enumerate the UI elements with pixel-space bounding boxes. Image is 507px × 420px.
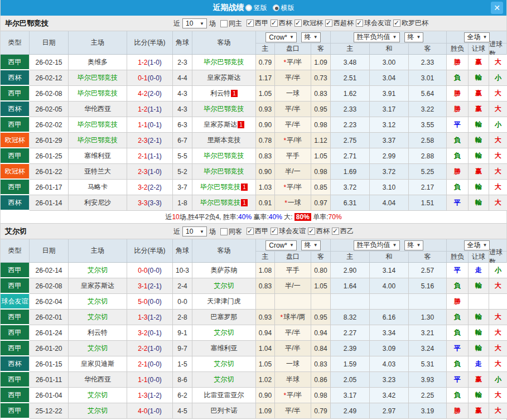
avg-home-cell: 3.48	[331, 55, 370, 70]
league-checkbox[interactable]: 西超杯	[325, 18, 354, 28]
chevron-down-icon: ▼	[483, 35, 487, 40]
handicap-cell: 一球	[275, 86, 311, 102]
odds-home-cell: 0.91	[256, 195, 275, 211]
close-button[interactable]: ✕	[491, 2, 503, 14]
bookmaker-select[interactable]: Crow*▼	[265, 32, 297, 42]
league-checkbox[interactable]: 西杯	[308, 226, 330, 236]
col-header-goals: 进球数	[489, 44, 507, 54]
layout-radio-option[interactable]: 竖版	[245, 3, 267, 13]
checkbox-label: 球会友谊	[279, 226, 306, 236]
same-home-checkbox[interactable]: 同主	[220, 19, 242, 28]
corner-cell: 2-8	[173, 310, 192, 325]
table-header: 类型 日期 主场 比分(半场) 角球 客场 Crow*▼ 终▼ 胜平负均值▼ 终…	[1, 239, 506, 263]
bookmaker-select[interactable]: Crow*▼	[265, 240, 297, 250]
handicap-cell: 平/半	[275, 403, 311, 419]
final-odds-select-1[interactable]: 终▼	[301, 240, 321, 250]
layout-radio-option[interactable]: 横版	[273, 3, 294, 13]
avg-draw-cell: 3.17	[370, 102, 409, 117]
score-cell: 2-1(0-0)	[127, 356, 173, 372]
wl-result-cell: 負	[447, 278, 469, 294]
avg-home-cell: 2.39	[331, 341, 370, 356]
away-team-name: 比雷亚雷亚尔	[204, 390, 244, 400]
bookmaker-select-group: Crow*▼ 终▼	[256, 239, 331, 252]
away-team-cell: 奥萨苏纳	[192, 263, 256, 278]
league-checkbox[interactable]: 西甲	[247, 18, 268, 28]
avg-away-cell: 2.58	[409, 133, 447, 148]
league-checkbox[interactable]: 球会友谊	[271, 226, 306, 236]
star-icon: *	[283, 137, 286, 144]
handicap-cell: *平/半	[275, 180, 311, 195]
same-away-checkbox[interactable]: 同客	[220, 227, 242, 236]
match-date-cell: 26-01-29	[30, 133, 69, 148]
league-checkbox[interactable]: 西乙	[332, 226, 354, 236]
final-odds-select-1[interactable]: 终▼	[301, 32, 321, 42]
summary-segment: 10	[172, 213, 179, 221]
score-cell: 3-2(2-2)	[127, 180, 173, 195]
handicap-cell: *平/半	[275, 55, 311, 70]
match-type-cell: 西甲	[1, 180, 30, 195]
away-team-cell: 天津津门虎	[192, 294, 256, 310]
match-date-cell: 25-12-22	[30, 403, 69, 419]
match-date-cell: 26-01-17	[30, 180, 69, 195]
match-count-select[interactable]: 10▼	[182, 226, 207, 236]
chevron-down-icon: ▼	[200, 229, 204, 234]
wl-result-cell: 平	[447, 195, 469, 211]
corner-cell: 6-7	[173, 133, 192, 148]
away-team-name: 艾尔切	[214, 359, 234, 369]
avg-home-cell: 2.33	[331, 102, 370, 117]
league-checkbox-group: 西甲 西杯 欧冠杯 西超杯 球会友谊 欧	[244, 18, 428, 28]
goals-result-cell: 大	[489, 403, 507, 419]
table-row: 西甲 26-01-11 华伦西亚 1-1(0-0) 8-6 艾尔切 1.02 半…	[1, 372, 506, 388]
scope-select[interactable]: 全场▼	[464, 240, 490, 250]
col-header-handicap: 盘口	[275, 252, 311, 262]
league-checkbox[interactable]: 欧冠杯	[294, 18, 323, 28]
match-date-cell: 26-01-15	[30, 356, 69, 372]
score-cell: 4-2(2-0)	[127, 86, 173, 102]
full-score: 0-0	[138, 267, 147, 274]
table-row: 西杯 26-02-05 华伦西亚 1-2(1-1) 4-3 毕尔巴鄂竞技 0.9…	[1, 102, 506, 117]
home-team-cell: 华伦西亚	[69, 102, 127, 117]
avg-draw-cell: 4.00	[370, 278, 409, 294]
away-team-cell: 利云特1	[192, 86, 256, 102]
star-icon: *	[284, 199, 287, 207]
league-checkbox[interactable]: 欧罗巴杯	[393, 18, 428, 28]
avg-away-cell: 3.22	[409, 102, 447, 117]
match-count-select[interactable]: 10▼	[182, 18, 207, 28]
league-checkbox[interactable]: 球会友谊	[356, 18, 391, 28]
col-header-score: 比分(半场)	[127, 239, 173, 262]
handicap-result-cell: 赢	[469, 403, 489, 419]
score-cell: 0-1(0-0)	[127, 70, 173, 86]
handicap-result-cell: 輸	[469, 133, 489, 148]
scope-select[interactable]: 全场▼	[464, 32, 490, 42]
match-date-cell: 26-02-02	[30, 117, 69, 133]
avg-odds-select[interactable]: 胜平负均值▼	[354, 32, 400, 42]
match-date-cell: 26-01-22	[30, 164, 69, 180]
table-row: 西甲 26-02-15 奥维多 1-2(1-0) 2-3 毕尔巴鄂竞技 0.79…	[1, 55, 506, 70]
league-checkbox[interactable]: 西甲	[247, 226, 268, 236]
wl-result-cell: 勝	[447, 403, 469, 419]
match-date-cell: 26-02-12	[30, 70, 69, 86]
avg-home-cell: 2.75	[331, 133, 370, 148]
wl-result-cell: 負	[447, 133, 469, 148]
final-odds-select-2[interactable]: 终▼	[404, 32, 424, 42]
league-checkbox[interactable]: 西杯	[271, 18, 292, 28]
avg-away-cell: 3.21	[409, 325, 447, 341]
half-score: (1-0)	[148, 407, 162, 415]
score-cell: 4-0(1-0)	[127, 403, 173, 419]
chevron-down-icon: ▼	[393, 243, 397, 248]
table-row: 西甲 26-02-02 毕尔巴鄂竞技 1-1(0-1) 6-3 皇家苏斯达1 0…	[1, 117, 506, 133]
odds-home-cell: 0.93	[256, 310, 275, 325]
checkbox-label: 西甲	[255, 18, 268, 28]
wl-result-cell: 平	[447, 117, 469, 133]
checkbox-label: 西甲	[255, 226, 268, 236]
odds-home-cell: 0.90	[256, 164, 275, 180]
checkbox-label: 欧罗巴杯	[402, 18, 428, 28]
home-team-name: 奥维多	[88, 57, 108, 67]
final-odds-select-2[interactable]: 终▼	[404, 240, 424, 250]
away-team-name: 塞维利亚	[211, 344, 238, 353]
avg-odds-select[interactable]: 胜平负均值▼	[354, 240, 400, 250]
half-score: (1-2)	[148, 313, 162, 321]
handicap-cell: 半球	[275, 372, 311, 388]
away-team-name: 里斯本竞技	[207, 136, 241, 145]
table-row: 西杯 26-02-12 毕尔巴鄂竞技 0-1(0-0) 4-4 皇家苏斯达 1.…	[1, 70, 506, 86]
